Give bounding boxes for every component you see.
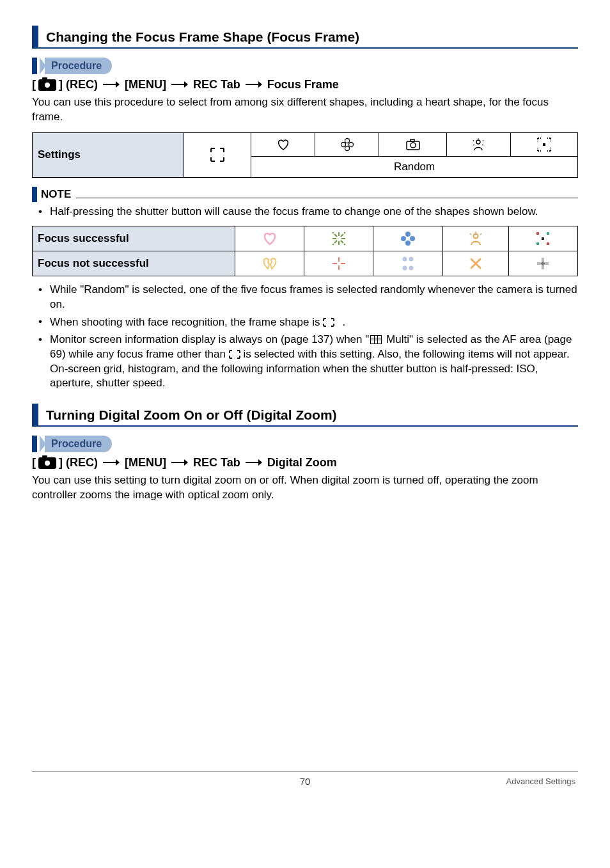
svg-rect-25 xyxy=(536,232,539,235)
svg-marker-37 xyxy=(184,459,188,466)
person-star-icon xyxy=(446,132,510,156)
focus-success-label: Focus successful xyxy=(33,226,235,251)
camera-lens-icon xyxy=(379,132,446,156)
note-bullet-1: Half-pressing the shutter button will ca… xyxy=(43,205,578,219)
note-bullets-2: While "Random" is selected, one of the f… xyxy=(32,283,578,391)
svg-rect-11 xyxy=(411,139,414,141)
arrow-icon xyxy=(171,78,188,91)
sparkle-green-icon xyxy=(304,226,373,251)
svg-rect-26 xyxy=(547,232,549,235)
footer-section: Advanced Settings xyxy=(395,777,575,786)
svg-point-15 xyxy=(332,232,334,234)
procedure-label-row: Procedure xyxy=(32,58,578,74)
note-bullets-1: Half-pressing the shutter button will ca… xyxy=(32,205,578,219)
focus-result-table: Focus successful Focus not successful xyxy=(32,226,578,276)
svg-point-8 xyxy=(341,142,345,146)
path-rec: ] (REC) xyxy=(59,78,98,91)
svg-marker-3 xyxy=(184,81,188,88)
svg-rect-27 xyxy=(536,242,539,245)
menu-path-focus-frame: [ ] (REC) [MENU] REC Tab Focus Frame xyxy=(32,78,578,91)
bullet3-text-a: When shooting with face recognition, the… xyxy=(50,316,323,328)
arrow-icon xyxy=(246,456,262,470)
section-title-2: Turning Digital Zoom On or Off (Digital … xyxy=(46,404,337,425)
svg-point-24 xyxy=(473,233,478,238)
random-cell: Random xyxy=(251,156,578,177)
clover-icon xyxy=(315,132,379,156)
svg-point-17 xyxy=(332,244,334,246)
broken-heart-icon xyxy=(235,251,304,276)
svg-point-13 xyxy=(476,140,480,144)
svg-point-19 xyxy=(405,232,411,237)
plus-gray-icon xyxy=(508,251,577,276)
svg-point-12 xyxy=(411,143,416,148)
path-menu: [MENU] xyxy=(125,78,166,91)
heart-pink-icon xyxy=(235,226,304,251)
note-bullet-2: While "Random" is selected, one of the f… xyxy=(43,283,578,312)
bullet4-text-c: is selected with this setting. Also, the… xyxy=(243,348,569,360)
section-title: Changing the Focus Frame Shape (Focus Fr… xyxy=(46,26,359,47)
section-bar xyxy=(32,404,38,425)
section1-body: You can use this procedure to select fro… xyxy=(32,95,578,125)
note-bar xyxy=(32,187,37,202)
path-item-2: Digital Zoom xyxy=(267,456,337,470)
frame-corner-inline-icon-2 xyxy=(229,348,244,360)
dotted-frame-color-icon xyxy=(508,226,577,251)
svg-point-23 xyxy=(407,237,409,240)
svg-rect-28 xyxy=(547,242,549,245)
settings-label-cell: Settings xyxy=(33,132,184,177)
note-divider xyxy=(76,197,578,198)
procedure-pill-2: Procedure xyxy=(45,436,112,452)
section-bar xyxy=(32,26,38,47)
procedure-pill: Procedure xyxy=(45,58,112,74)
svg-point-22 xyxy=(410,236,415,241)
dotted-frame-icon xyxy=(510,132,577,156)
section-header-digital-zoom: Turning Digital Zoom On or Off (Digital … xyxy=(32,404,578,427)
path-bracket-open-2: [ xyxy=(32,456,36,470)
procedure-tick xyxy=(32,436,37,452)
svg-point-32 xyxy=(403,265,407,270)
procedure-tick xyxy=(32,58,37,74)
svg-point-9 xyxy=(348,142,353,146)
svg-point-30 xyxy=(403,256,407,261)
svg-point-20 xyxy=(405,241,411,246)
svg-point-7 xyxy=(345,146,349,150)
bullet4-text-a: Monitor screen information display is al… xyxy=(50,333,369,345)
bullet3-text-b: . xyxy=(342,316,345,328)
arrow-icon xyxy=(103,78,120,91)
arrow-icon xyxy=(246,78,262,91)
svg-point-21 xyxy=(401,236,406,241)
note-bullet-3: When shooting with face recognition, the… xyxy=(43,315,578,330)
svg-marker-35 xyxy=(116,459,120,466)
person-orange-icon xyxy=(442,226,508,251)
clover-blue-icon xyxy=(373,226,442,251)
frame-corners-icon xyxy=(184,132,251,177)
cross-orange-icon xyxy=(442,251,508,276)
path-menu-2: [MENU] xyxy=(125,456,166,470)
clover-fade-icon xyxy=(373,251,442,276)
menu-path-digital-zoom: [ ] (REC) [MENU] REC Tab Digital Zoom xyxy=(32,456,578,470)
section2-body: You can use this setting to turn digital… xyxy=(32,473,578,503)
svg-marker-1 xyxy=(116,81,120,88)
section-header-focus-frame: Changing the Focus Frame Shape (Focus Fr… xyxy=(32,26,578,49)
bullet4-text-d: On-screen grid, histogram, and the follo… xyxy=(50,363,538,390)
svg-marker-39 xyxy=(258,459,262,466)
note-bullet-4: Monitor screen information display is al… xyxy=(43,333,578,391)
path-rec-2: ] (REC) xyxy=(59,456,98,470)
svg-point-31 xyxy=(409,256,414,261)
svg-marker-5 xyxy=(258,81,262,88)
heart-icon xyxy=(251,132,315,156)
svg-point-18 xyxy=(343,244,345,246)
note-header: NOTE xyxy=(32,187,578,202)
multi-grid-icon xyxy=(370,335,382,344)
path-item: Focus Frame xyxy=(267,78,339,91)
path-tab: REC Tab xyxy=(193,78,240,91)
focus-fail-label: Focus not successful xyxy=(33,251,235,276)
sparkle-red-icon xyxy=(304,251,373,276)
note-label: NOTE xyxy=(41,188,71,201)
procedure-label-row-2: Procedure xyxy=(32,436,578,452)
arrow-icon xyxy=(103,456,120,470)
settings-table: Settings Random xyxy=(32,132,578,178)
svg-point-33 xyxy=(409,265,414,270)
camera-rec-icon xyxy=(38,457,56,469)
svg-rect-29 xyxy=(542,237,544,240)
